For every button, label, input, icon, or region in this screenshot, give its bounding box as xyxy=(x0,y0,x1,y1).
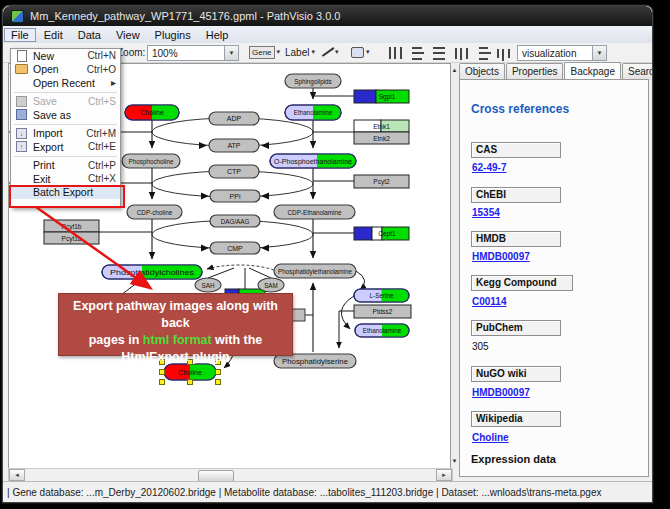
selection-handle[interactable] xyxy=(216,380,221,385)
file-menu-save[interactable]: Save Ctrl+S xyxy=(11,95,120,109)
xref-link-kegg[interactable]: C00114 xyxy=(472,296,506,307)
xref-link-cas[interactable]: 62-49-7 xyxy=(472,162,506,173)
edge-pe-lserine[interactable] xyxy=(356,271,365,290)
connector-sam[interactable] xyxy=(249,268,271,278)
app-icon xyxy=(11,10,24,23)
gene-cept1[interactable]: Cept1 xyxy=(354,227,409,240)
file-menu-exit[interactable]: Exit Ctrl+X xyxy=(11,172,120,186)
connector-sah[interactable] xyxy=(208,268,234,278)
edge-lserine-ethanolamine[interactable] xyxy=(341,296,354,329)
node-sam[interactable]: SAM xyxy=(258,278,284,292)
file-menu-open-recent[interactable]: Open Recent ▸ xyxy=(11,76,120,90)
gene-sgpl1[interactable]: Sgpl1 xyxy=(354,90,409,103)
align-center-button[interactable] xyxy=(385,45,405,61)
menu-plugins[interactable]: Plugins xyxy=(148,28,198,42)
arrowhead-cmp-left xyxy=(201,245,209,252)
file-menu-open[interactable]: Open Ctrl+O xyxy=(11,63,120,77)
submenu-arrow-icon: ▸ xyxy=(111,77,116,88)
node-phosphatidylcholines[interactable]: Phosphatidylcholines xyxy=(102,265,202,279)
gene-pcyt1a[interactable]: Pcyt1a xyxy=(44,232,99,244)
node-label: CMP xyxy=(227,245,243,252)
connector-ptdss2-ps[interactable] xyxy=(339,311,354,348)
gene-ptdss2[interactable]: Ptdss2 xyxy=(354,305,411,318)
node-o-phosphoethanolamine[interactable]: O-Phosphoethanolamine xyxy=(270,154,356,168)
gene-pcyt1b[interactable]: Pcyt1b xyxy=(44,220,99,232)
node-choline-top[interactable]: Choline xyxy=(125,105,179,120)
file-menu-import[interactable]: ↓ Import Ctrl+M xyxy=(11,127,120,141)
tab-search[interactable]: Search xyxy=(622,63,653,80)
distribute-horizontal-button[interactable] xyxy=(429,45,449,61)
scroll-left-icon[interactable]: ◄ xyxy=(9,469,25,481)
selection-handle[interactable] xyxy=(160,380,165,385)
gene-pcyt2[interactable]: Pcyt2 xyxy=(354,175,409,188)
file-menu-new[interactable]: New Ctrl+N xyxy=(11,49,120,63)
node-ppi[interactable]: PPi xyxy=(210,190,260,202)
xref-link-nugo[interactable]: HMDB00097 xyxy=(472,387,530,398)
node-cdp-choline[interactable]: CDP-choline xyxy=(127,205,182,219)
node-phosphatidylethanolamine[interactable]: Phosphatidylethanolamine xyxy=(274,264,356,278)
file-menu-print[interactable]: Print Ctrl+P xyxy=(11,159,120,173)
distribute-vertical-button[interactable] xyxy=(451,45,471,61)
splitter-collapse-icon[interactable]: ▲ xyxy=(451,66,458,75)
xref-header-pubchem: PubChem xyxy=(471,320,561,336)
node-label: SAM xyxy=(264,282,278,289)
xref-header-wikipedia: Wikipedia xyxy=(471,411,561,427)
visualization-combobox[interactable]: visualization ▾ xyxy=(517,45,607,61)
align-middle-button[interactable] xyxy=(407,45,427,61)
node-cdp-ethanolamine[interactable]: CDP-Ethanolamine xyxy=(274,205,355,219)
node-phosphocholine[interactable]: Phosphocholine xyxy=(122,154,180,168)
node-sah[interactable]: SAH xyxy=(195,278,221,292)
menu-edit[interactable]: Edit xyxy=(37,28,70,42)
node-ctp[interactable]: CTP xyxy=(209,165,259,178)
visualization-dropdown-icon[interactable]: ▾ xyxy=(592,46,606,60)
node-dag-aag[interactable]: DAG/AAG xyxy=(210,215,260,227)
selection-handle[interactable] xyxy=(188,380,193,385)
node-cmp[interactable]: CMP xyxy=(210,242,260,254)
hscroll-track[interactable] xyxy=(25,470,436,480)
shape-tool-dropdown[interactable]: ▾ xyxy=(351,45,370,59)
file-menu-export[interactable]: ↑ Export Ctrl+E xyxy=(11,140,120,154)
shape-tool-icon xyxy=(351,47,364,58)
canvas-hscrollbar[interactable]: ◄ ► xyxy=(8,468,453,482)
common-height-button[interactable] xyxy=(493,45,513,61)
node-sphingolipids[interactable]: Sphingolipids xyxy=(285,74,341,88)
title-bar[interactable]: Mm_Kennedy_pathway_WP1771_45176.gpml - P… xyxy=(3,6,652,26)
node-ethanolamine-top[interactable]: Ethanolamine xyxy=(285,105,341,120)
node-ethanolamine-bottom[interactable]: Ethanolamine xyxy=(355,324,409,337)
menu-view[interactable]: View xyxy=(109,28,147,42)
gene-etnk2[interactable]: Etnk2 xyxy=(354,132,409,144)
line-tool-dropdown[interactable]: ▾ xyxy=(321,45,339,59)
selection-handle[interactable] xyxy=(216,370,221,375)
zoom-dropdown-icon[interactable]: ▾ xyxy=(224,46,238,60)
tab-backpage[interactable]: Backpage xyxy=(564,62,620,80)
panel-splitter[interactable]: ▲ ▼ xyxy=(451,63,458,467)
selection-handle[interactable] xyxy=(160,370,165,375)
menu-file[interactable]: File xyxy=(4,28,36,42)
node-atp[interactable]: ATP xyxy=(209,139,259,152)
tab-properties[interactable]: Properties xyxy=(506,63,564,80)
batch-export-highlight-box xyxy=(9,185,125,208)
gene-tool-dropdown[interactable]: Gene ▾ xyxy=(249,45,280,59)
xref-link-hmdb[interactable]: HMDB00097 xyxy=(472,251,530,262)
xref-link-chebi[interactable]: 15354 xyxy=(472,207,500,218)
menu-data[interactable]: Data xyxy=(71,28,108,42)
gene-label: Pcyt1a xyxy=(62,235,82,243)
label-tool-label: Label xyxy=(285,47,309,58)
menu-help[interactable]: Help xyxy=(199,28,236,42)
gene-etnk1[interactable]: Etnk1 xyxy=(354,120,409,132)
xref-link-wikipedia[interactable]: Choline xyxy=(472,432,509,443)
edge-pe-pc-dashed[interactable] xyxy=(207,265,274,270)
common-width-button[interactable] xyxy=(473,45,493,61)
scroll-right-icon[interactable]: ► xyxy=(436,469,452,481)
menu-separator xyxy=(14,156,117,157)
visualization-value: visualization xyxy=(522,48,576,59)
node-adp[interactable]: ADP xyxy=(209,112,259,125)
splitter-expand-icon[interactable]: ▼ xyxy=(451,457,458,466)
zoom-combobox[interactable]: 100% ▾ xyxy=(147,45,239,61)
label-tool-dropdown[interactable]: Label ▾ xyxy=(285,45,315,59)
tab-objects[interactable]: Objects xyxy=(459,63,505,80)
zoom-value: 100% xyxy=(152,48,178,59)
file-menu-save-as[interactable]: Save as xyxy=(11,108,120,122)
node-l-serine[interactable]: L-Serine xyxy=(354,289,409,302)
gene-label: Pcyt2 xyxy=(373,178,390,186)
